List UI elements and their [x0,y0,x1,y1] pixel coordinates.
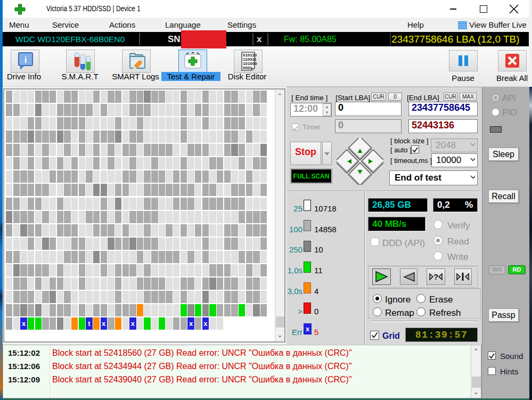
svg-text:i: i [24,55,27,65]
svg-text:?: ? [433,272,438,281]
svg-text:0001: 0001 [243,66,252,70]
